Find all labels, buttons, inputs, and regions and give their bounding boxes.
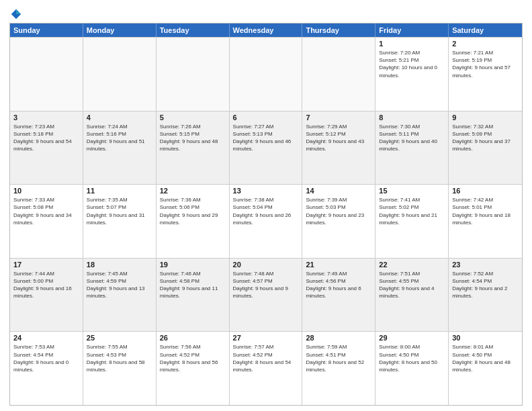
day-info: Sunrise: 7:56 AMSunset: 4:52 PMDaylight:… <box>160 343 226 373</box>
calendar-row: 17Sunrise: 7:44 AMSunset: 5:00 PMDayligh… <box>10 258 522 332</box>
day-info: Sunrise: 7:36 AMSunset: 5:06 PMDaylight:… <box>160 196 226 226</box>
header <box>9 8 523 19</box>
day-info: Sunrise: 7:48 AMSunset: 4:57 PMDaylight:… <box>233 270 299 300</box>
day-info: Sunrise: 7:23 AMSunset: 5:18 PMDaylight:… <box>13 123 79 153</box>
day-info: Sunrise: 7:41 AMSunset: 5:02 PMDaylight:… <box>379 196 445 226</box>
calendar-cell: 6Sunrise: 7:27 AMSunset: 5:13 PMDaylight… <box>230 111 303 185</box>
weekday-header: Thursday <box>302 24 375 37</box>
calendar-cell <box>230 38 303 111</box>
logo <box>9 8 22 19</box>
day-info: Sunrise: 7:59 AMSunset: 4:51 PMDaylight:… <box>306 343 371 373</box>
calendar-cell: 15Sunrise: 7:41 AMSunset: 5:02 PMDayligh… <box>375 185 449 258</box>
day-number: 23 <box>452 261 519 269</box>
day-info: Sunrise: 7:55 AMSunset: 4:53 PMDaylight:… <box>87 343 152 373</box>
day-number: 4 <box>87 113 152 122</box>
calendar-cell: 3Sunrise: 7:23 AMSunset: 5:18 PMDaylight… <box>10 111 83 185</box>
calendar: SundayMondayTuesdayWednesdayThursdayFrid… <box>9 23 523 406</box>
calendar-cell: 25Sunrise: 7:55 AMSunset: 4:53 PMDayligh… <box>83 332 157 405</box>
day-info: Sunrise: 8:00 AMSunset: 4:50 PMDaylight:… <box>379 343 445 373</box>
day-number: 13 <box>233 187 299 195</box>
day-number: 22 <box>379 261 445 269</box>
day-info: Sunrise: 7:33 AMSunset: 5:08 PMDaylight:… <box>13 196 79 226</box>
day-info: Sunrise: 7:29 AMSunset: 5:12 PMDaylight:… <box>306 123 371 153</box>
calendar-cell: 12Sunrise: 7:36 AMSunset: 5:06 PMDayligh… <box>157 185 230 258</box>
calendar-cell: 4Sunrise: 7:24 AMSunset: 5:16 PMDaylight… <box>83 111 157 185</box>
calendar-cell: 8Sunrise: 7:30 AMSunset: 5:11 PMDaylight… <box>375 111 449 185</box>
day-number: 18 <box>87 261 152 269</box>
day-info: Sunrise: 7:21 AMSunset: 5:19 PMDaylight:… <box>452 49 519 79</box>
day-number: 16 <box>452 187 519 195</box>
weekday-header: Saturday <box>449 24 522 37</box>
calendar-cell: 23Sunrise: 7:52 AMSunset: 4:54 PMDayligh… <box>449 259 522 332</box>
calendar-row: 24Sunrise: 7:53 AMSunset: 4:54 PMDayligh… <box>10 331 522 405</box>
calendar-cell: 18Sunrise: 7:45 AMSunset: 4:59 PMDayligh… <box>83 259 157 332</box>
calendar-cell: 22Sunrise: 7:51 AMSunset: 4:55 PMDayligh… <box>375 259 449 332</box>
weekday-header: Sunday <box>10 24 83 37</box>
calendar-cell: 27Sunrise: 7:57 AMSunset: 4:52 PMDayligh… <box>230 332 303 405</box>
day-info: Sunrise: 7:38 AMSunset: 5:04 PMDaylight:… <box>233 196 299 226</box>
day-number: 14 <box>306 187 371 195</box>
calendar-cell: 11Sunrise: 7:35 AMSunset: 5:07 PMDayligh… <box>83 185 157 258</box>
calendar-cell: 30Sunrise: 8:01 AMSunset: 4:50 PMDayligh… <box>449 332 522 405</box>
calendar-cell: 19Sunrise: 7:46 AMSunset: 4:58 PMDayligh… <box>157 259 230 332</box>
calendar-cell: 20Sunrise: 7:48 AMSunset: 4:57 PMDayligh… <box>230 259 303 332</box>
weekday-header: Tuesday <box>157 24 230 37</box>
calendar-cell: 14Sunrise: 7:39 AMSunset: 5:03 PMDayligh… <box>302 185 375 258</box>
day-number: 15 <box>379 187 445 195</box>
calendar-cell: 29Sunrise: 8:00 AMSunset: 4:50 PMDayligh… <box>375 332 449 405</box>
calendar-cell: 17Sunrise: 7:44 AMSunset: 5:00 PMDayligh… <box>10 259 83 332</box>
calendar-cell: 7Sunrise: 7:29 AMSunset: 5:12 PMDaylight… <box>302 111 375 185</box>
day-info: Sunrise: 7:35 AMSunset: 5:07 PMDaylight:… <box>87 196 152 226</box>
day-info: Sunrise: 8:01 AMSunset: 4:50 PMDaylight:… <box>452 343 519 373</box>
logo-icon <box>10 8 22 20</box>
weekday-header: Wednesday <box>230 24 303 37</box>
calendar-cell: 13Sunrise: 7:38 AMSunset: 5:04 PMDayligh… <box>230 185 303 258</box>
day-info: Sunrise: 7:32 AMSunset: 5:09 PMDaylight:… <box>452 123 519 153</box>
calendar-cell: 24Sunrise: 7:53 AMSunset: 4:54 PMDayligh… <box>10 332 83 405</box>
day-number: 5 <box>160 113 226 122</box>
calendar-cell <box>10 38 83 111</box>
day-info: Sunrise: 7:20 AMSunset: 5:21 PMDaylight:… <box>379 49 445 79</box>
calendar-cell: 28Sunrise: 7:59 AMSunset: 4:51 PMDayligh… <box>302 332 375 405</box>
calendar-cell: 26Sunrise: 7:56 AMSunset: 4:52 PMDayligh… <box>157 332 230 405</box>
day-number: 28 <box>306 334 371 342</box>
day-info: Sunrise: 7:51 AMSunset: 4:55 PMDaylight:… <box>379 270 445 300</box>
calendar-header: SundayMondayTuesdayWednesdayThursdayFrid… <box>10 24 522 37</box>
day-info: Sunrise: 7:42 AMSunset: 5:01 PMDaylight:… <box>452 196 519 226</box>
day-info: Sunrise: 7:30 AMSunset: 5:11 PMDaylight:… <box>379 123 445 153</box>
day-number: 27 <box>233 334 299 342</box>
weekday-header: Friday <box>375 24 449 37</box>
svg-marker-1 <box>16 9 21 14</box>
day-number: 6 <box>233 113 299 122</box>
day-info: Sunrise: 7:57 AMSunset: 4:52 PMDaylight:… <box>233 343 299 373</box>
page: SundayMondayTuesdayWednesdayThursdayFrid… <box>0 0 532 411</box>
day-number: 26 <box>160 334 226 342</box>
day-number: 24 <box>13 334 79 342</box>
day-number: 9 <box>452 113 519 122</box>
calendar-row: 1Sunrise: 7:20 AMSunset: 5:21 PMDaylight… <box>10 37 522 111</box>
calendar-cell: 9Sunrise: 7:32 AMSunset: 5:09 PMDaylight… <box>449 111 522 185</box>
day-info: Sunrise: 7:49 AMSunset: 4:56 PMDaylight:… <box>306 270 371 300</box>
calendar-cell <box>157 38 230 111</box>
day-number: 29 <box>379 334 445 342</box>
calendar-cell <box>83 38 157 111</box>
day-info: Sunrise: 7:52 AMSunset: 4:54 PMDaylight:… <box>452 270 519 300</box>
day-info: Sunrise: 7:27 AMSunset: 5:13 PMDaylight:… <box>233 123 299 153</box>
day-info: Sunrise: 7:39 AMSunset: 5:03 PMDaylight:… <box>306 196 371 226</box>
calendar-cell: 10Sunrise: 7:33 AMSunset: 5:08 PMDayligh… <box>10 185 83 258</box>
day-number: 8 <box>379 113 445 122</box>
day-info: Sunrise: 7:26 AMSunset: 5:15 PMDaylight:… <box>160 123 226 153</box>
day-number: 21 <box>306 261 371 269</box>
day-number: 10 <box>13 187 79 195</box>
day-number: 17 <box>13 261 79 269</box>
weekday-header: Monday <box>83 24 157 37</box>
calendar-cell: 21Sunrise: 7:49 AMSunset: 4:56 PMDayligh… <box>302 259 375 332</box>
day-info: Sunrise: 7:45 AMSunset: 4:59 PMDaylight:… <box>87 270 152 300</box>
calendar-cell: 1Sunrise: 7:20 AMSunset: 5:21 PMDaylight… <box>375 38 449 111</box>
day-number: 19 <box>160 261 226 269</box>
day-info: Sunrise: 7:53 AMSunset: 4:54 PMDaylight:… <box>13 343 79 373</box>
day-info: Sunrise: 7:46 AMSunset: 4:58 PMDaylight:… <box>160 270 226 300</box>
day-number: 11 <box>87 187 152 195</box>
calendar-cell <box>302 38 375 111</box>
day-number: 20 <box>233 261 299 269</box>
